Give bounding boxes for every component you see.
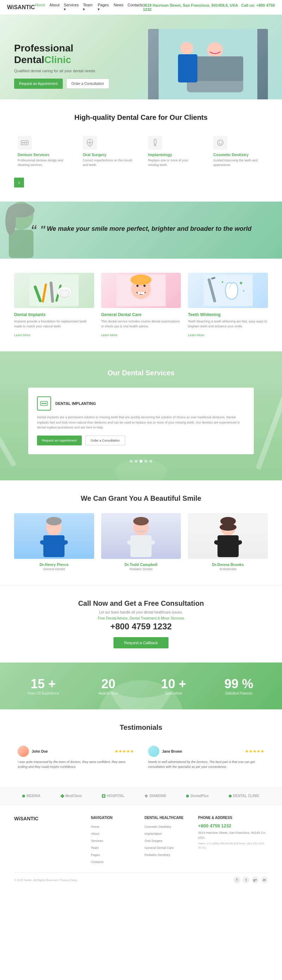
footer-dental-col: DENTAL HEALTHCARE Cosmetic Dentistry Imp… — [145, 816, 191, 865]
services-arrow-btn[interactable]: › — [14, 178, 24, 188]
doctor-item-0: Dr.Henry Pierce General Dentist — [14, 513, 94, 571]
consultation-phone[interactable]: +800 4759 1232 — [14, 622, 268, 632]
testimonials-grid: John Doe ★★★★★ I was quite impressed by … — [14, 742, 268, 773]
social-linkedin[interactable]: in — [261, 877, 268, 883]
partner-dentalclinic: DENTAL CLINIC — [229, 794, 260, 798]
testimonial-stars-1: ★★★★★ — [245, 749, 264, 754]
svg-text:✦: ✦ — [239, 280, 243, 286]
footer-logo-text: WiSANTIC — [14, 816, 38, 821]
feat-implants-desc: Implants provide a foundation for replac… — [14, 319, 94, 329]
svg-rect-33 — [140, 292, 142, 294]
footer-nav-col: NAVIGATION Home About Services Team Page… — [91, 816, 137, 865]
hero-btn-consultation[interactable]: Order a Consultation — [66, 79, 109, 89]
hero-title-dental: Dental — [14, 54, 45, 65]
carousel-dot-5[interactable] — [150, 460, 152, 463]
feat-general: General Dental Care This dental service … — [101, 273, 181, 337]
testimonial-header-1: Jane Brown ★★★★★ — [148, 746, 264, 757]
footer-dental-general[interactable]: General Dental Care — [145, 846, 174, 850]
footer-nav-list: Home About Services Team Pages Contacts — [91, 823, 137, 864]
svg-text:✦: ✦ — [242, 289, 245, 293]
doctors-grid: Dr.Henry Pierce General Dentist Dr.Todd … — [14, 513, 268, 571]
doctor-title-2: Endodontist — [188, 567, 268, 571]
nav-team[interactable]: Team ▾ — [83, 3, 93, 12]
footer-nav-pages[interactable]: Pages — [91, 853, 100, 857]
dental-service-card: DENTAL IMPLANTING Dental implants are a … — [28, 388, 254, 454]
nav-home[interactable]: Home — [35, 3, 45, 12]
feat-whitening-title: Teeth Whitening — [188, 312, 268, 317]
feat-implants-link[interactable]: Learn More — [14, 333, 30, 337]
hero-btn-appointment[interactable]: Request an Appointment — [14, 79, 63, 89]
footer-dental-pediatric[interactable]: Pediatric Dentistry — [145, 853, 170, 857]
svg-text:✦: ✦ — [221, 280, 224, 284]
social-googleplus[interactable]: g+ — [252, 877, 259, 883]
service-oral-title: Oral Surgery — [83, 153, 134, 157]
service-card-btn-appointment[interactable]: Request an Appointment — [37, 436, 82, 445]
feat-whitening-desc: Teeth bleaching & teeth whitening are fa… — [188, 319, 268, 329]
stat-num-2: 10 + — [145, 676, 203, 691]
services-intro-section: High-quality Dental Care for Our Clients… — [0, 99, 282, 202]
stats-section: 15 + Years Of Experience 20 Awards Won 1… — [0, 662, 282, 710]
svg-point-31 — [143, 285, 146, 287]
footer-dental-cosmetic[interactable]: Cosmetic Dentistry — [145, 825, 171, 829]
hero-image-inner — [148, 29, 268, 99]
footer-nav-team[interactable]: Team — [91, 846, 99, 850]
footer-phone[interactable]: +800 4759 1232 — [198, 823, 268, 829]
feat-general-link[interactable]: Learn More — [101, 333, 117, 337]
feat-implants-title: Dental Implants — [14, 312, 94, 317]
feat-img-implants — [14, 273, 94, 308]
svg-rect-68 — [62, 794, 63, 798]
footer-nav-home[interactable]: Home — [91, 825, 99, 829]
footer-address2: Sales: (+1) (888) 488-00-88 (toll free) … — [198, 842, 268, 850]
footer-dental-implant[interactable]: Implantation — [145, 832, 162, 835]
footer-nav-contacts[interactable]: Contacts — [91, 860, 104, 864]
partner-medclinic-label: MedClinic — [65, 794, 82, 798]
service-implant-title: Implantology — [148, 153, 199, 157]
service-card-desc: Dental implants are a permanent solution… — [37, 415, 245, 430]
testimonials-heading: Testimonials — [14, 724, 268, 732]
carousel-dot-4[interactable] — [145, 460, 147, 463]
carousel-dot-2[interactable] — [135, 460, 137, 463]
svg-rect-71 — [103, 796, 105, 796]
service-cosmetic: Cosmetic Dentistry Guided improving the … — [210, 132, 268, 170]
stat-item-2: 10 + Specialists — [145, 676, 203, 695]
footer-nav-heading: NAVIGATION — [91, 816, 137, 820]
footer-nav-services[interactable]: Services — [91, 839, 103, 843]
nav-news[interactable]: News — [114, 3, 124, 12]
feat-img-general — [101, 273, 181, 308]
stat-label-3: Satisfied Patients — [210, 691, 268, 695]
partner-medclinic: MedClinic — [61, 794, 82, 798]
carousel-dot-1[interactable] — [130, 460, 132, 463]
service-implant-desc: Replace one or more of your missing teet… — [148, 158, 199, 167]
nav-about[interactable]: About — [49, 3, 60, 12]
social-twitter[interactable]: t — [242, 877, 250, 883]
svg-rect-32 — [138, 292, 140, 294]
testimonial-name-1: Jane Brown — [162, 749, 182, 753]
service-card-btn-consultation[interactable]: Order a Consultation — [85, 436, 125, 445]
svg-marker-72 — [145, 794, 148, 798]
stat-label-0: Years Of Experience — [14, 691, 72, 695]
footer-nav-about[interactable]: About — [91, 832, 99, 835]
nav-contacts[interactable]: Contacts — [127, 3, 143, 12]
carousel-dot-3[interactable] — [140, 460, 142, 463]
footer: WiSANTIC NAVIGATION Home About Services … — [0, 805, 282, 894]
footer-dental-oral[interactable]: Oral Surgery — [145, 839, 163, 843]
hero-image — [148, 29, 268, 99]
svg-rect-51 — [43, 535, 65, 557]
hero-subtitle: Qualified dental caring for all your den… — [14, 69, 148, 73]
nav-pages[interactable]: Pages ▾ — [98, 3, 109, 12]
nav-services[interactable]: Services ▾ — [64, 3, 79, 12]
stat-item-3: 99 % Satisfied Patients — [210, 676, 268, 695]
service-implant: Implantology Replace one or more of your… — [145, 132, 203, 170]
svg-rect-56 — [131, 535, 151, 557]
partner-dentalclinic-label: DENTAL CLINIC — [233, 794, 260, 798]
doctor-photo-0 — [14, 513, 94, 559]
svg-rect-12 — [154, 139, 156, 144]
social-facebook[interactable]: f — [233, 877, 241, 883]
navbar-phone-label: Call us: — [241, 3, 255, 7]
feat-whitening-link[interactable]: Learn More — [188, 333, 204, 337]
partner-medclinic-icon — [61, 794, 64, 798]
footer-brand-col: WiSANTIC — [14, 816, 84, 865]
consultation-callback-btn[interactable]: Request a Callback — [113, 637, 168, 648]
svg-point-1 — [207, 42, 223, 58]
brand-logo[interactable]: WiSANTIC — [7, 4, 35, 11]
